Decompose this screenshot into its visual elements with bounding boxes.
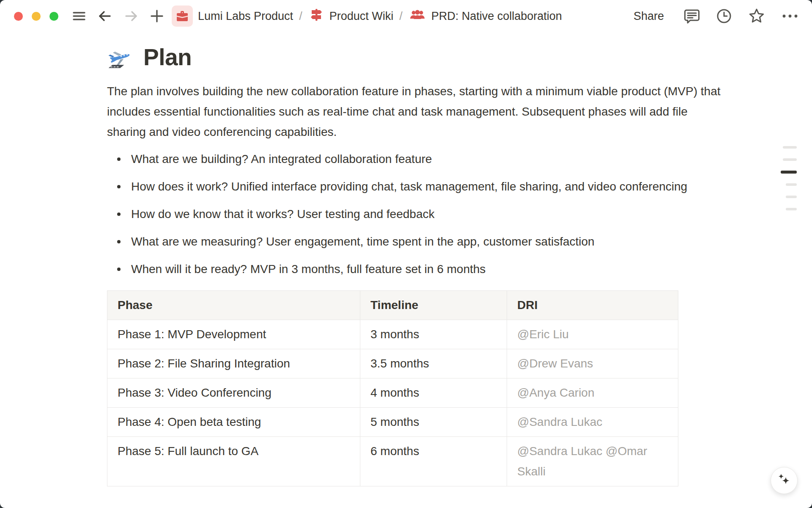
bullet-item[interactable]: When will it be ready? MVP in 3 months, … [107, 259, 724, 279]
column-header-phase[interactable]: Phase [107, 291, 360, 320]
column-header-dri[interactable]: DRI [507, 291, 678, 320]
table-row: Phase 4: Open beta testing 5 months @San… [107, 408, 678, 437]
breadcrumb-separator: / [299, 10, 302, 23]
qa-bullet-list: What are we building? An integrated coll… [107, 149, 724, 279]
outline-section-marker[interactable] [786, 183, 797, 186]
bullet-item[interactable]: What are we building? An integrated coll… [107, 149, 724, 169]
table-cell-timeline[interactable]: 4 months [360, 378, 507, 408]
bullet-item[interactable]: How do we know that it works? User testi… [107, 204, 724, 224]
comment-icon[interactable] [683, 8, 700, 25]
breadcrumb-label: Product Wiki [329, 10, 394, 23]
briefcase-icon [172, 6, 193, 27]
zoom-window-button[interactable] [49, 12, 58, 21]
sparkles-icon [776, 472, 792, 489]
intro-paragraph[interactable]: The plan involves building the new colla… [107, 81, 724, 142]
ellipsis-icon[interactable] [781, 8, 799, 25]
bullet-item[interactable]: What are we measuring? User engagement, … [107, 232, 724, 252]
table-cell-dri-mention[interactable]: @Eric Liu [507, 320, 678, 349]
people-icon [409, 6, 426, 27]
outline-section-marker-active[interactable] [781, 171, 797, 174]
outline-section-marker[interactable] [786, 196, 797, 198]
breadcrumb-label: PRD: Native collaboration [431, 10, 562, 23]
outline-section-marker[interactable] [783, 158, 797, 161]
breadcrumb-label: Lumi Labs Product [198, 10, 293, 23]
breadcrumb: Lumi Labs Product / Product Wiki / [172, 6, 562, 27]
table-row: Phase 5: Full launch to GA 6 months @San… [107, 437, 678, 486]
outline-section-marker[interactable] [786, 208, 797, 210]
star-icon[interactable] [748, 7, 765, 25]
table-cell-timeline[interactable]: 3 months [360, 320, 507, 349]
minimize-window-button[interactable] [32, 12, 41, 21]
table-cell-timeline[interactable]: 3.5 months [360, 349, 507, 378]
breadcrumb-item-workspace[interactable]: Lumi Labs Product [172, 6, 293, 27]
airplane-departure-emoji[interactable] [107, 43, 135, 71]
breadcrumb-separator: / [399, 10, 403, 23]
back-icon[interactable] [97, 8, 112, 24]
app-window: Lumi Labs Product / Product Wiki / [0, 0, 812, 508]
table-cell-phase[interactable]: Phase 5: Full launch to GA [107, 437, 360, 486]
table-cell-dri-mention[interactable]: @Anya Carion [507, 378, 678, 408]
page-title[interactable]: Plan [143, 44, 192, 71]
phase-table: Phase Timeline DRI Phase 1: MVP Developm… [107, 290, 678, 486]
signpost-icon [308, 7, 324, 26]
table-cell-phase[interactable]: Phase 4: Open beta testing [107, 408, 360, 437]
page-content: Plan The plan involves building the new … [0, 43, 740, 486]
sidebar-menu-icon[interactable] [72, 9, 86, 23]
page-outline-indicator [781, 146, 797, 220]
breadcrumb-item-product-wiki[interactable]: Product Wiki [308, 7, 394, 26]
table-cell-dri-mention[interactable]: @Sandra Lukac [507, 408, 678, 437]
table-cell-timeline[interactable]: 6 months [360, 437, 507, 486]
table-row: Phase 3: Video Conferencing 4 months @An… [107, 378, 678, 408]
table-cell-phase[interactable]: Phase 2: File Sharing Integration [107, 349, 360, 378]
table-cell-dri-mention[interactable]: @Drew Evans [507, 349, 678, 378]
traffic-lights [14, 12, 58, 21]
forward-icon[interactable] [123, 8, 139, 24]
new-page-icon[interactable] [150, 9, 164, 23]
column-header-timeline[interactable]: Timeline [360, 291, 507, 320]
share-button[interactable]: Share [629, 7, 668, 25]
table-header-row: Phase Timeline DRI [107, 291, 678, 320]
table-cell-timeline[interactable]: 5 months [360, 408, 507, 437]
close-window-button[interactable] [14, 12, 23, 21]
top-bar: Lumi Labs Product / Product Wiki / [0, 0, 812, 32]
clock-icon[interactable] [716, 8, 732, 25]
breadcrumb-item-prd[interactable]: PRD: Native collaboration [409, 6, 562, 27]
table-cell-dri-mention[interactable]: @Sandra Lukac @Omar Skalli [507, 437, 678, 486]
table-cell-phase[interactable]: Phase 1: MVP Development [107, 320, 360, 349]
outline-section-marker[interactable] [783, 146, 797, 149]
table-row: Phase 1: MVP Development 3 months @Eric … [107, 320, 678, 349]
table-row: Phase 2: File Sharing Integration 3.5 mo… [107, 349, 678, 378]
bullet-item[interactable]: How does it work? Unified interface prov… [107, 177, 724, 197]
ai-assistant-button[interactable] [771, 467, 798, 494]
table-cell-phase[interactable]: Phase 3: Video Conferencing [107, 378, 360, 408]
